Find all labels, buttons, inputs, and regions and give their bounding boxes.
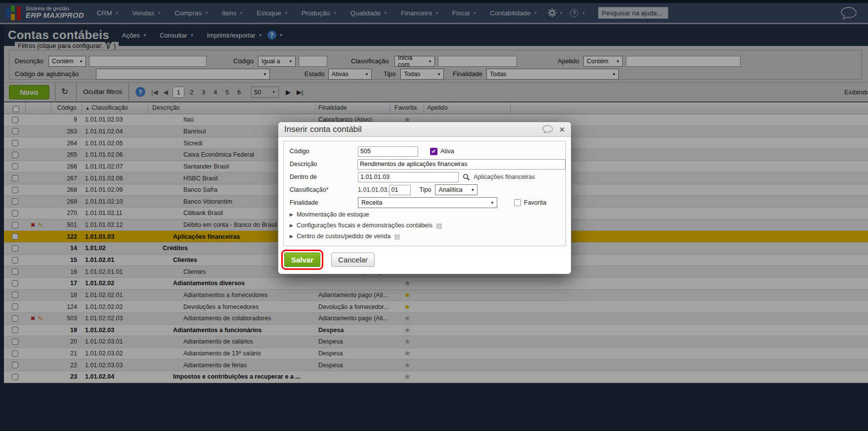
ativa-checkbox[interactable]: ✔ xyxy=(430,148,437,155)
grid-doc-icon: ▤ xyxy=(436,222,442,229)
tipo-label: Tipo xyxy=(420,186,432,193)
ativa-label: Ativa xyxy=(440,148,454,155)
grid-doc-icon: ▤ xyxy=(394,233,400,240)
tipo-select[interactable]: Analítica▼ xyxy=(435,184,477,195)
chevron-right-icon: ▶ xyxy=(290,212,293,217)
section-movimentacao-de-estoque[interactable]: ▶Movimentação de estoque xyxy=(290,209,565,220)
favorita-checkbox[interactable] xyxy=(514,199,521,206)
chevron-right-icon: ▶ xyxy=(290,223,293,228)
dialog-sections: ▶Movimentação de estoque▶Configurações f… xyxy=(290,209,565,242)
cancel-button[interactable]: Cancelar xyxy=(331,253,375,267)
classificacao-label: Classificação* xyxy=(290,186,358,193)
dentro-de-hint: Aplicações financeiras xyxy=(474,173,535,180)
classificacao-prefix: 1.01.01.03. xyxy=(358,186,389,193)
dentro-de-input[interactable] xyxy=(358,172,459,182)
dialog-buttons: Salvar Cancelar xyxy=(284,253,571,267)
dialog-form-panel: Código ✔ Ativa Descrição Dentro de Apli xyxy=(283,141,566,246)
insert-account-dialog: Inserir conta contábil ✕ Código ✔ Ativa … xyxy=(278,122,571,274)
dialog-title: Inserir conta contábil xyxy=(284,125,542,134)
favorita-label: Favorita xyxy=(524,199,546,206)
section-configuracoes-fiscais-e-demonstracoes-contabeis[interactable]: ▶Configurações fiscais e demonstrações c… xyxy=(290,220,565,231)
codigo-input[interactable] xyxy=(358,146,418,157)
finalidade-label: Finalidade xyxy=(290,199,358,206)
descricao-input[interactable] xyxy=(357,159,565,170)
classificacao-input[interactable] xyxy=(389,185,411,195)
search-lookup-icon[interactable] xyxy=(463,173,470,181)
erp-page: Sistema de gestão ERP MAXIPROD CRM▼Venda… xyxy=(0,0,868,431)
codigo-label: Código xyxy=(290,148,358,155)
finalidade-select[interactable]: Receita▼ xyxy=(358,197,497,208)
section-centro-de-custos-pedido-de-venda[interactable]: ▶Centro de custos/pedido de venda▤ xyxy=(290,231,565,242)
close-icon[interactable]: ✕ xyxy=(559,126,565,133)
dialog-chat-icon[interactable] xyxy=(542,125,553,133)
dialog-header: Inserir conta contábil ✕ xyxy=(278,122,571,137)
dentro-de-label: Dentro de xyxy=(290,173,358,180)
save-button[interactable]: Salvar xyxy=(284,253,320,267)
chevron-right-icon: ▶ xyxy=(290,234,293,239)
descricao-label: Descrição xyxy=(290,161,357,168)
